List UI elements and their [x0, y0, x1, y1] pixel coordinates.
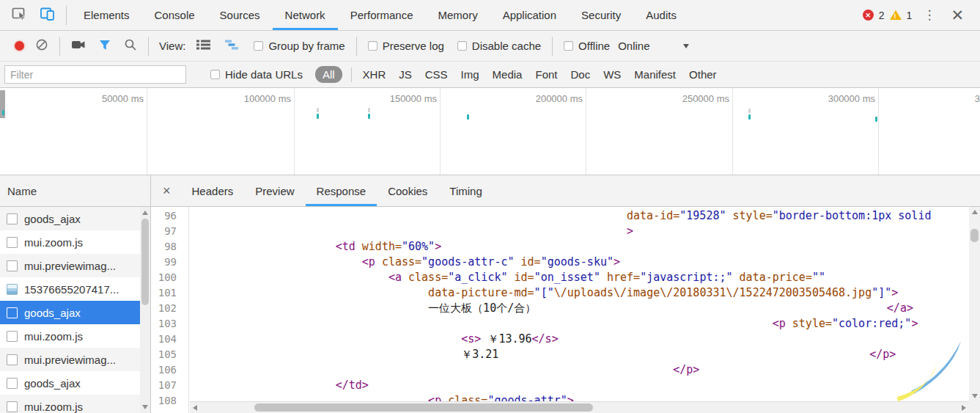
timeline-tick-label: 300000 ms — [811, 93, 875, 104]
group-by-frame-checkbox[interactable] — [254, 41, 263, 51]
name-column-header[interactable]: Name — [0, 175, 150, 207]
warning-icon[interactable]: ! — [890, 10, 902, 20]
detail-tab-cookies[interactable]: Cookies — [377, 175, 438, 206]
line-number: 106 — [151, 362, 183, 378]
timeline-overview[interactable]: 50000 ms100000 ms150000 ms200000 ms25000… — [0, 88, 980, 175]
timeline-gridline — [878, 88, 879, 175]
kebab-menu-icon[interactable]: ⋮ — [917, 7, 941, 23]
close-icon[interactable]: ✕ — [946, 7, 973, 23]
filter-type-media[interactable]: Media — [486, 68, 529, 81]
error-count[interactable]: 2 — [879, 10, 885, 21]
waterfall-mark — [875, 117, 877, 122]
throttling-value: Online — [618, 40, 649, 52]
waterfall-view-button[interactable] — [218, 31, 247, 61]
divider — [552, 37, 553, 56]
request-list-scrollbar[interactable] — [140, 207, 150, 413]
code-line: 98 <td width="60%"> — [151, 239, 980, 255]
request-row[interactable]: mui.zoom.js — [0, 324, 150, 348]
warning-count[interactable]: 1 — [907, 10, 913, 21]
close-details-icon[interactable]: × — [151, 183, 181, 199]
filter-type-doc[interactable]: Doc — [564, 68, 597, 81]
inspect-element-button[interactable] — [6, 0, 34, 30]
filter-toggle-button[interactable] — [92, 31, 117, 61]
search-button[interactable] — [117, 31, 144, 61]
network-toolbar: View: Group by frame Preserve log Disabl… — [0, 31, 980, 62]
offline-label: Offline — [578, 40, 610, 52]
tab-elements[interactable]: Elements — [71, 0, 142, 30]
detail-tab-timing[interactable]: Timing — [438, 175, 493, 206]
document-icon — [7, 307, 18, 318]
filter-type-other[interactable]: Other — [682, 68, 723, 81]
detail-tab-headers[interactable]: Headers — [181, 175, 245, 206]
filter-type-js[interactable]: JS — [392, 68, 419, 81]
response-code-viewer: 96 data-id="19528" style="border-bottom:… — [151, 207, 980, 413]
filter-type-ws[interactable]: WS — [597, 68, 627, 81]
device-toolbar-button[interactable] — [34, 0, 62, 30]
tab-memory[interactable]: Memory — [426, 0, 490, 30]
request-row[interactable]: goods_ajax — [0, 207, 150, 230]
code-line: 96 data-id="19528" style="border-bottom:… — [151, 208, 980, 224]
view-label: View: — [153, 40, 190, 52]
document-icon — [7, 331, 18, 342]
scroll-up-icon[interactable] — [142, 211, 148, 215]
offline-checkbox[interactable] — [564, 41, 573, 51]
filter-input[interactable] — [4, 65, 186, 84]
code-vertical-scrollbar[interactable] — [969, 207, 980, 401]
request-row[interactable]: goods_ajax — [0, 301, 150, 324]
detail-tab-response[interactable]: Response — [306, 175, 377, 206]
tab-audits[interactable]: Audits — [633, 0, 689, 30]
document-icon — [7, 213, 18, 224]
scroll-down-icon[interactable] — [142, 405, 148, 409]
scroll-right-icon[interactable] — [962, 405, 966, 411]
camera-icon — [71, 39, 86, 53]
request-row[interactable]: mui.previewimag... — [0, 348, 150, 371]
request-row[interactable]: mui.zoom.js — [0, 395, 150, 413]
filter-type-css[interactable]: CSS — [419, 68, 454, 81]
line-number: 101 — [151, 285, 183, 301]
tab-console[interactable]: Console — [142, 0, 207, 30]
throttling-select[interactable]: Online — [616, 40, 695, 52]
timeline-tick-label: 150000 ms — [372, 93, 437, 104]
scrollbar-thumb[interactable] — [970, 229, 979, 242]
list-view-button[interactable] — [190, 31, 218, 61]
scrollbar-thumb[interactable] — [141, 219, 149, 305]
filter-type-xhr[interactable]: XHR — [356, 68, 393, 81]
line-number: 104 — [151, 332, 183, 347]
clear-button[interactable] — [29, 31, 55, 61]
disable-cache-checkbox[interactable] — [457, 41, 467, 51]
document-icon — [7, 354, 18, 365]
preserve-log-option: Preserve log — [361, 40, 451, 52]
line-number: 99 — [151, 255, 183, 270]
filter-type-img[interactable]: Img — [454, 68, 486, 81]
hide-data-urls-option: Hide data URLs — [204, 68, 309, 81]
request-row[interactable]: 15376655207417... — [0, 277, 150, 301]
code-line: 101 data-picture-md="["\/uploads\/image\… — [151, 285, 980, 301]
capture-screenshots-button[interactable] — [65, 31, 92, 61]
tab-network[interactable]: Network — [273, 0, 338, 30]
error-icon[interactable]: ✕ — [863, 10, 874, 21]
tab-security[interactable]: Security — [569, 0, 633, 30]
code-horizontal-scrollbar[interactable] — [190, 401, 969, 413]
detail-tab-preview[interactable]: Preview — [244, 175, 305, 206]
main-tabs: ElementsConsoleSourcesNetworkPerformance… — [71, 0, 689, 30]
code-line: 107 </td> — [151, 378, 980, 393]
code-lines[interactable]: 96 data-id="19528" style="border-bottom:… — [151, 208, 980, 413]
scroll-left-icon[interactable] — [193, 405, 197, 411]
scroll-up-icon[interactable] — [972, 210, 978, 214]
filter-type-manifest[interactable]: Manifest — [627, 68, 682, 81]
scrollbar-thumb[interactable] — [254, 403, 593, 412]
record-icon[interactable] — [15, 41, 24, 51]
tab-application[interactable]: Application — [490, 0, 569, 30]
request-row[interactable]: goods_ajax — [0, 371, 150, 395]
tab-performance[interactable]: Performance — [338, 0, 426, 30]
scroll-down-icon[interactable] — [972, 394, 978, 398]
filter-type-font[interactable]: Font — [528, 68, 564, 81]
preserve-log-checkbox[interactable] — [368, 41, 377, 51]
tab-sources[interactable]: Sources — [207, 0, 273, 30]
filter-type-all[interactable]: All — [315, 66, 342, 83]
hide-data-urls-checkbox[interactable] — [210, 70, 220, 79]
waterfall-mark — [748, 114, 751, 120]
code-text: > — [183, 224, 633, 239]
request-row[interactable]: mui.previewimag... — [0, 254, 150, 277]
request-row[interactable]: mui.zoom.js — [0, 230, 150, 254]
